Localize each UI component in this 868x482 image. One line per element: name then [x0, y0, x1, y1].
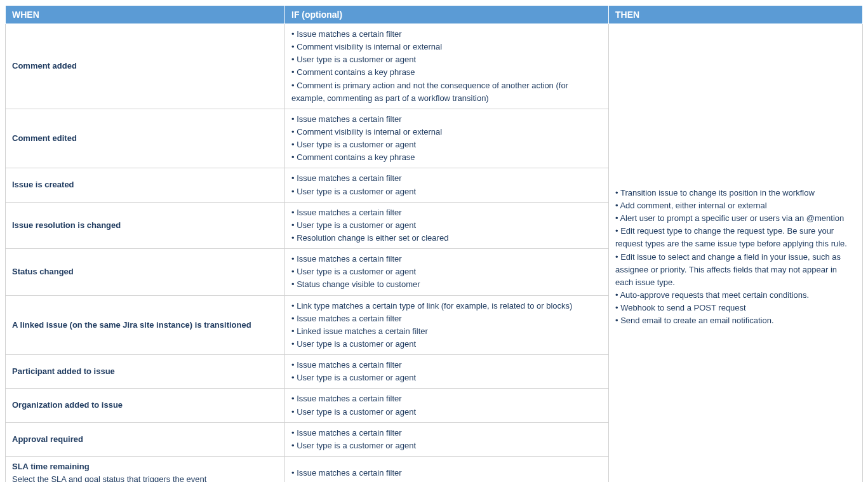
if-condition: • User type is a customer or agent: [291, 138, 602, 151]
if-cell: • Issue matches a certain filter• User t…: [285, 168, 609, 202]
when-cell: Issue is created: [6, 168, 285, 202]
then-action: • Send email to create an email notifica…: [615, 314, 856, 327]
if-condition: • User type is a customer or agent: [291, 53, 602, 66]
if-condition: • Issue matches a certain filter: [291, 253, 602, 265]
if-condition: • Issue matches a certain filter: [291, 467, 602, 479]
if-condition: • Issue matches a certain filter: [291, 312, 602, 325]
if-cell: • Issue matches a certain filter• User t…: [285, 202, 609, 248]
when-cell: Organization added to issue: [6, 389, 285, 422]
when-title: Comment added: [12, 61, 77, 70]
if-condition: • User type is a customer or agent: [291, 185, 602, 198]
if-condition: • User type is a customer or agent: [291, 372, 602, 384]
if-condition: • Status change visible to customer: [291, 278, 602, 291]
when-title: Participant added to issue: [12, 366, 115, 376]
header-then: THEN: [609, 6, 863, 24]
when-cell: Participant added to issue: [6, 355, 285, 389]
if-cell: • Issue matches a certain filter• User t…: [285, 422, 609, 456]
if-condition: • Resolution change is either set or cle…: [291, 232, 602, 244]
when-cell: Approval required: [6, 422, 285, 456]
if-condition: • Comment contains a key phrase: [291, 66, 602, 79]
if-condition: • Issue matches a certain filter: [291, 172, 602, 185]
if-condition: • Comment visibility is internal or exte…: [291, 126, 602, 138]
then-action: • Transition issue to change its positio…: [615, 187, 856, 199]
when-title: Issue resolution is changed: [12, 220, 121, 230]
automation-rules-table: WHEN IF (optional) THEN Comment added• I…: [5, 5, 863, 482]
when-title: Approval required: [12, 434, 83, 444]
if-condition: • Comment is primary action and not the …: [291, 79, 602, 105]
if-cell: • Issue matches a certain filter• User t…: [285, 389, 609, 422]
when-cell: Comment edited: [6, 109, 285, 168]
if-condition: • Issue matches a certain filter: [291, 427, 602, 439]
if-condition: • User type is a customer or agent: [291, 219, 602, 232]
if-condition: • Comment visibility is internal or exte…: [291, 41, 602, 53]
then-action: • Edit issue to select and change a fiel…: [615, 251, 856, 289]
when-title: Organization added to issue: [12, 400, 123, 410]
when-title: SLA time remaining: [12, 462, 90, 471]
then-action: • Alert user to prompt a specific user o…: [615, 212, 856, 225]
table-header-row: WHEN IF (optional) THEN: [6, 6, 863, 24]
if-condition: • Issue matches a certain filter: [291, 392, 602, 405]
when-cell: Comment added: [6, 24, 285, 109]
when-cell: A linked issue (on the same Jira site in…: [6, 295, 285, 355]
then-cell: • Transition issue to change its positio…: [609, 24, 863, 483]
when-title: Comment edited: [12, 133, 77, 143]
when-title: A linked issue (on the same Jira site in…: [12, 320, 251, 330]
if-condition: • Link type matches a certain type of li…: [291, 300, 602, 312]
header-when: WHEN: [6, 6, 285, 24]
if-condition: • Issue matches a certain filter: [291, 206, 602, 219]
then-action: • Webhook to send a POST request: [615, 302, 856, 314]
when-title: Issue is created: [12, 180, 74, 189]
if-condition: • User type is a customer or agent: [291, 338, 602, 351]
then-action: • Edit request type to change the reques…: [615, 225, 856, 250]
when-title: Status changed: [12, 267, 74, 276]
then-action: • Auto-approve requests that meet certai…: [615, 289, 856, 302]
if-condition: • Issue matches a certain filter: [291, 113, 602, 126]
if-cell: • Issue matches a certain filter• Commen…: [285, 24, 609, 109]
if-cell: • Issue matches a certain filter• Commen…: [285, 109, 609, 168]
table-row: Comment added• Issue matches a certain f…: [6, 24, 863, 109]
then-action: • Add comment, either internal or extern…: [615, 199, 856, 212]
if-condition: • Linked issue matches a certain filter: [291, 325, 602, 338]
if-condition: • User type is a customer or agent: [291, 406, 602, 418]
if-cell: • Link type matches a certain type of li…: [285, 295, 609, 355]
if-condition: • User type is a customer or agent: [291, 265, 602, 278]
when-cell: Issue resolution is changed: [6, 202, 285, 248]
if-condition: • Issue matches a certain filter: [291, 28, 602, 41]
if-cell: • Issue matches a certain filter• User t…: [285, 355, 609, 389]
if-condition: • Comment contains a key phrase: [291, 151, 602, 164]
if-condition: • Issue matches a certain filter: [291, 359, 602, 372]
if-cell: • Issue matches a certain filter• User t…: [285, 249, 609, 295]
when-cell: Status changed: [6, 249, 285, 295]
when-subtitle: Select the SLA and goal status that trig…: [12, 473, 278, 482]
header-if: IF (optional): [285, 6, 609, 24]
if-condition: • User type is a customer or agent: [291, 439, 602, 452]
if-cell: • Issue matches a certain filter: [285, 456, 609, 482]
when-cell: SLA time remainingSelect the SLA and goa…: [6, 456, 285, 482]
